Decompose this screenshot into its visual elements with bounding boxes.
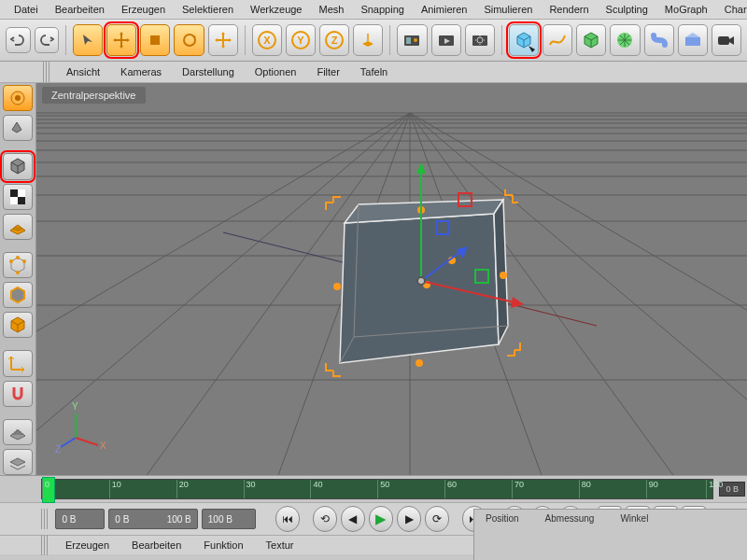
vmenu-filter[interactable]: Filter — [308, 64, 347, 79]
svg-point-10 — [414, 38, 417, 42]
render-pv-button[interactable] — [431, 24, 461, 56]
menu-rendern[interactable]: Rendern — [541, 2, 597, 17]
coord-system-button[interactable] — [353, 24, 383, 56]
scale-tool[interactable] — [140, 24, 170, 56]
lastused-tool[interactable] — [208, 24, 238, 56]
menu-werkzeuge[interactable]: Werkzeuge — [242, 2, 310, 17]
menu-erzeugen[interactable]: Erzeugen — [113, 2, 174, 17]
svg-rect-9 — [406, 37, 411, 44]
end-frame-field[interactable]: 100 B — [202, 509, 256, 529]
svg-point-18 — [15, 95, 21, 101]
add-spline-button[interactable] — [543, 24, 572, 56]
main-toolbar: X Y Z — [0, 20, 747, 62]
viewport-solo-button[interactable] — [3, 419, 33, 445]
grip-icon[interactable] — [41, 509, 48, 529]
timeline[interactable]: 0 10 20 30 40 50 60 70 80 90 100 0 B — [0, 475, 747, 502]
prev-key-button[interactable]: ⟲ — [313, 506, 337, 532]
ctx-bearbeiten[interactable]: Bearbeiten — [122, 538, 190, 553]
rotate-tool[interactable] — [174, 24, 204, 56]
menu-bearbeiten[interactable]: Bearbeiten — [47, 2, 113, 17]
svg-rect-16 — [718, 36, 729, 45]
timeline-ruler[interactable]: 0 10 20 30 40 50 60 70 80 90 100 — [41, 479, 713, 499]
main-area: Zentralperspektive — [0, 83, 747, 475]
svg-text:X: X — [263, 35, 271, 46]
timeline-end-label: 0 B — [719, 482, 745, 497]
undo-button[interactable] — [6, 27, 31, 53]
viewport-label: Zentralperspektive — [42, 87, 146, 104]
main-menu: Datei Bearbeiten Erzeugen Selektieren We… — [0, 0, 747, 20]
menu-datei[interactable]: Datei — [6, 2, 47, 17]
texture-mode-button[interactable] — [3, 184, 33, 210]
y-axis-toggle[interactable]: Y — [286, 24, 316, 56]
points-mode-button[interactable] — [3, 252, 33, 278]
next-key-button[interactable]: ⟳ — [425, 506, 449, 532]
viewport-menu: Ansicht Kameras Darstellung Optionen Fil… — [0, 62, 747, 83]
viewport[interactable]: Zentralperspektive — [36, 83, 747, 475]
live-select-button[interactable] — [3, 85, 33, 111]
menu-mograph[interactable]: MoGraph — [656, 2, 716, 17]
svg-point-1 — [184, 35, 195, 46]
menu-charakter[interactable]: Charakt — [716, 2, 747, 17]
vmenu-tafeln[interactable]: Tafeln — [352, 64, 396, 79]
viewport-layer-button[interactable] — [3, 449, 33, 475]
svg-text:Y: Y — [297, 35, 304, 46]
menu-selektieren[interactable]: Selektieren — [174, 2, 242, 17]
axis-mode-button[interactable] — [3, 350, 33, 376]
vmenu-optionen[interactable]: Optionen — [247, 64, 305, 79]
menu-simulieren[interactable]: Simulieren — [475, 2, 541, 17]
redo-button[interactable] — [35, 27, 60, 53]
ctx-erzeugen[interactable]: Erzeugen — [56, 538, 119, 553]
render-view-button[interactable] — [397, 24, 427, 56]
workplane-button[interactable] — [3, 214, 33, 240]
viewport-canvas: X Y Z — [36, 83, 747, 475]
svg-rect-20 — [10, 189, 18, 197]
range-field[interactable]: 0 B100 B — [108, 509, 197, 529]
svg-point-22 — [16, 256, 20, 259]
left-toolbar — [0, 83, 36, 475]
make-editable-button[interactable] — [3, 115, 33, 141]
z-axis-toggle[interactable]: Z — [319, 24, 349, 56]
svg-rect-21 — [18, 197, 25, 204]
menu-mesh[interactable]: Mesh — [310, 2, 352, 17]
grip-icon[interactable] — [41, 535, 49, 555]
svg-marker-65 — [416, 162, 426, 174]
menu-sculpting[interactable]: Sculpting — [598, 2, 656, 17]
add-camera-button[interactable] — [712, 24, 741, 56]
vmenu-darstellung[interactable]: Darstellung — [174, 64, 243, 79]
svg-point-60 — [334, 284, 340, 289]
vmenu-kameras[interactable]: Kameras — [112, 64, 170, 79]
menu-animieren[interactable]: Animieren — [413, 2, 476, 17]
move-tool[interactable] — [106, 24, 136, 56]
edges-mode-button[interactable] — [3, 282, 33, 308]
current-frame-field[interactable]: 0 B — [55, 509, 105, 529]
menu-snapping[interactable]: Snapping — [352, 2, 413, 17]
add-cube-button[interactable] — [509, 24, 539, 56]
select-tool[interactable] — [73, 24, 103, 56]
vmenu-ansicht[interactable]: Ansicht — [58, 64, 108, 79]
coordinates-panel: Position Abmessung Winkel — [473, 509, 747, 560]
ctx-textur[interactable]: Textur — [257, 538, 303, 553]
svg-text:Y: Y — [72, 401, 78, 412]
svg-point-73 — [417, 277, 425, 285]
col-winkel: Winkel — [620, 513, 648, 524]
col-abmessung: Abmessung — [545, 513, 595, 524]
render-settings-button[interactable] — [465, 24, 495, 56]
x-axis-toggle[interactable]: X — [252, 24, 282, 56]
svg-text:X: X — [100, 441, 106, 451]
model-mode-button[interactable] — [3, 153, 33, 179]
add-nurbs-button[interactable] — [576, 24, 606, 56]
snap-button[interactable] — [3, 381, 33, 407]
svg-point-59 — [416, 360, 422, 366]
ctx-funktion[interactable]: Funktion — [194, 538, 252, 553]
prev-frame-button[interactable]: ◀ — [341, 506, 365, 532]
svg-point-23 — [22, 259, 26, 263]
polygons-mode-button[interactable] — [3, 312, 33, 338]
add-environment-button[interactable] — [678, 24, 708, 56]
grip-icon[interactable] — [43, 62, 50, 82]
next-frame-button[interactable]: ▶ — [397, 506, 421, 532]
goto-start-button[interactable]: ⏮ — [275, 506, 300, 532]
svg-point-24 — [9, 259, 13, 263]
add-deformer-button[interactable] — [644, 24, 674, 56]
play-button[interactable]: ▶ — [369, 506, 393, 532]
add-generator-button[interactable] — [610, 24, 640, 56]
